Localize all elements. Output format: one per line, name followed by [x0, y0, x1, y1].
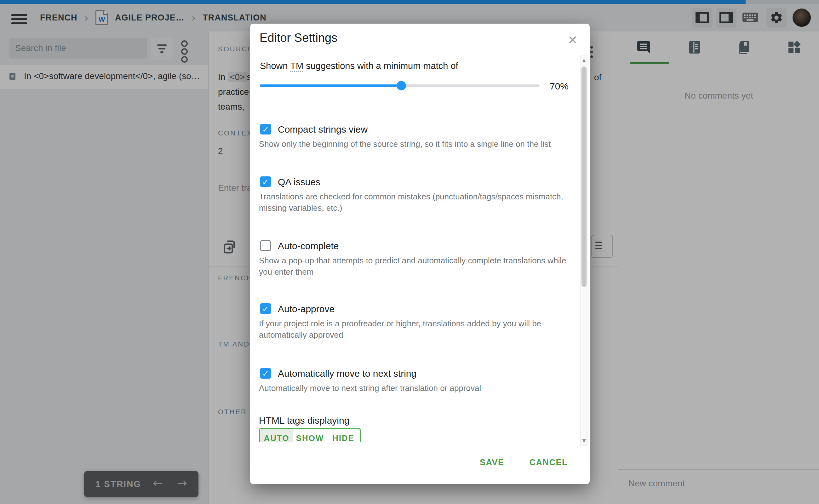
- setting-description: Automatically move to next string after …: [259, 382, 577, 394]
- setting-label: Auto-approve: [278, 304, 335, 314]
- tm-match-label: Shown TM suggestions with a minimum matc…: [260, 61, 458, 71]
- setting-label: QA issues: [278, 177, 320, 187]
- auto-move-checkbox[interactable]: ✓: [260, 368, 271, 379]
- setting-description: Translations are checked for common mist…: [259, 191, 577, 214]
- scroll-down-icon[interactable]: ▼: [581, 438, 587, 444]
- setting-label: Automatically move to next string: [278, 368, 416, 379]
- save-button[interactable]: SAVE: [478, 455, 506, 471]
- tm-term: TM: [290, 61, 303, 72]
- auto-complete-checkbox[interactable]: ✓: [260, 240, 271, 251]
- qa-issues-checkbox[interactable]: ✓: [260, 176, 271, 187]
- html-tags-option-hide[interactable]: HIDE: [327, 429, 360, 442]
- setting-description: If your project role is a proofreader or…: [259, 318, 577, 341]
- html-tags-option-show[interactable]: SHOW: [293, 429, 327, 442]
- compact-strings-checkbox[interactable]: ✓: [260, 124, 271, 135]
- modal-title: Editor Settings: [260, 31, 337, 45]
- scroll-up-icon[interactable]: ▲: [581, 57, 587, 63]
- modal-footer: SAVE CANCEL: [478, 455, 569, 471]
- html-tags-heading: HTML tags displaying: [259, 415, 349, 426]
- modal-scrollbar[interactable]: ▲ ▼: [580, 55, 588, 446]
- scrollbar-thumb[interactable]: [581, 66, 587, 287]
- auto-approve-checkbox[interactable]: ✓: [260, 303, 271, 314]
- editor-settings-modal: Editor Settings ✕ Shown TM suggestions w…: [250, 24, 590, 484]
- setting-label: Auto-complete: [278, 241, 339, 251]
- close-icon[interactable]: ✕: [568, 33, 578, 47]
- tm-match-slider[interactable]: [260, 81, 540, 90]
- slider-thumb[interactable]: [397, 81, 406, 90]
- cancel-button[interactable]: CANCEL: [528, 455, 569, 471]
- setting-description: Show only the beginning of the source st…: [259, 138, 577, 150]
- tm-match-value: 70%: [550, 81, 569, 92]
- slider-fill: [260, 84, 401, 87]
- setting-label: Compact strings view: [278, 124, 368, 135]
- html-tags-segmented-control: AUTO SHOW HIDE: [259, 428, 361, 442]
- setting-description: Show a pop-up that attempts to predict a…: [259, 255, 577, 278]
- html-tags-option-auto[interactable]: AUTO: [260, 429, 293, 442]
